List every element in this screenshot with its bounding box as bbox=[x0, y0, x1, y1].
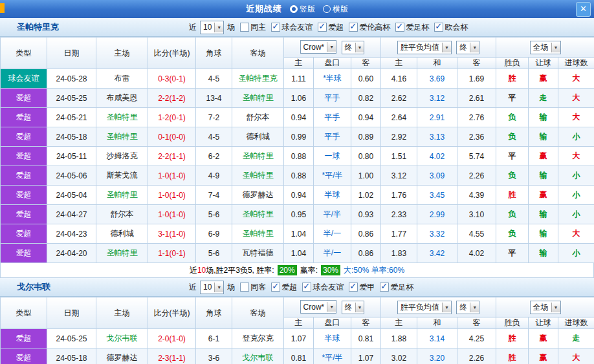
matches-body: 球会友谊 24-05-28 布雷 0-3(0-1) 4-5 圣帕特里克 1.11… bbox=[1, 69, 594, 263]
vertical-radio-label: 竖版 bbox=[300, 4, 315, 15]
score: 2-3(1-1) bbox=[148, 348, 196, 364]
league-checkbox-2[interactable] bbox=[349, 283, 358, 292]
table-header: 类型 日期 主场 比分(半场) 角球 客场 Crow* 终 胜平负均值 终 bbox=[1, 297, 594, 329]
odds-source-select[interactable]: Crow* bbox=[300, 40, 337, 54]
league-filter-3[interactable]: 爱足杯 bbox=[380, 282, 413, 293]
odds-state-select[interactable]: 终 bbox=[342, 301, 365, 314]
euro-home-odds: 3.02 bbox=[381, 348, 417, 364]
euro-draw-odds: 3.12 bbox=[417, 89, 457, 108]
europe-odds-group: 胜平负均值 终 bbox=[381, 297, 496, 317]
league-checkbox-3[interactable] bbox=[380, 283, 389, 292]
winloss-result: 负 bbox=[496, 108, 529, 127]
score: 2-2(1-2) bbox=[148, 89, 196, 108]
match-count-select[interactable]: 10 bbox=[200, 281, 224, 294]
home-team: 斯莱戈流 bbox=[96, 166, 148, 186]
match-row: 爱超 24-05-25 布咸美恩 2-2(1-2) 13-4 圣帕特里 1.06… bbox=[1, 89, 594, 108]
same-away-filter[interactable]: 同客 bbox=[240, 282, 266, 293]
col-asian-away: 客 bbox=[351, 317, 381, 329]
odds-source-select[interactable]: Crow* bbox=[300, 300, 337, 314]
league-checkbox-4[interactable] bbox=[434, 23, 443, 32]
league-checkbox-0[interactable] bbox=[271, 23, 280, 32]
vertical-radio-icon[interactable] bbox=[290, 5, 298, 13]
winloss-result: 负 bbox=[496, 166, 529, 186]
score: 0-1(0-0) bbox=[148, 127, 196, 147]
asian-away-odds: 0.86 bbox=[351, 224, 381, 244]
league-badge: 爱超 bbox=[1, 186, 47, 205]
league-checkbox-3[interactable] bbox=[395, 23, 404, 32]
handicap-result: 赢 bbox=[529, 186, 558, 205]
layout-horizontal-option[interactable]: 横版 bbox=[323, 4, 348, 15]
league-filter-2[interactable]: 爱甲 bbox=[349, 282, 375, 293]
layout-vertical-option[interactable]: 竖版 bbox=[290, 4, 315, 15]
europe-source-select[interactable]: 胜平负均值 bbox=[397, 41, 452, 54]
europe-source-select[interactable]: 胜平负均值 bbox=[397, 301, 452, 314]
asian-away-odds: 0.89 bbox=[351, 127, 381, 147]
score: 1-0(1-0) bbox=[148, 166, 196, 186]
handicap-result: 输 bbox=[529, 127, 558, 147]
matches-body: 爱超 24-05-25 戈尔韦联 2-0(1-0) 6-1 登克尔克 1.07 … bbox=[1, 329, 594, 364]
match-date: 24-05-25 bbox=[47, 329, 96, 348]
handicap-result: 赢 bbox=[529, 329, 558, 348]
asian-away-odds: 0.93 bbox=[351, 205, 381, 224]
league-filter-1[interactable]: 爱超 bbox=[318, 22, 344, 33]
asian-away-odds: 0.86 bbox=[351, 244, 381, 263]
league-checkbox-1[interactable] bbox=[318, 23, 327, 32]
euro-home-odds: 4.16 bbox=[381, 69, 417, 89]
asian-home-odds: 0.94 bbox=[284, 186, 314, 205]
euro-home-odds: 2.62 bbox=[381, 89, 417, 108]
handicap: 半球 bbox=[314, 186, 351, 205]
league-filter-3[interactable]: 爱足杯 bbox=[395, 22, 429, 33]
odds-state-select[interactable]: 终 bbox=[342, 41, 365, 54]
league-filter-0[interactable]: 爱超 bbox=[271, 282, 297, 293]
match-date: 24-05-25 bbox=[47, 89, 96, 108]
winloss-result: 平 bbox=[496, 147, 529, 166]
same-away-checkbox[interactable] bbox=[240, 283, 249, 292]
handicap-result: 走 bbox=[529, 89, 558, 108]
goals-result: 小 bbox=[558, 166, 594, 186]
col-type: 类型 bbox=[1, 297, 47, 329]
euro-home-odds: 1.77 bbox=[381, 224, 417, 244]
league-filter-1[interactable]: 球会友谊 bbox=[302, 282, 344, 293]
handicap: 半/一 bbox=[314, 244, 351, 263]
col-home: 主场 bbox=[96, 37, 148, 69]
handicap-result: 输 bbox=[529, 244, 558, 263]
horizontal-radio-icon[interactable] bbox=[323, 5, 331, 13]
asian-home-odds: 0.88 bbox=[284, 147, 314, 166]
home-team: 沙姆洛克 bbox=[96, 147, 148, 166]
match-date: 24-05-18 bbox=[47, 127, 96, 147]
away-team: 德利城 bbox=[232, 127, 284, 147]
europe-state-select[interactable]: 终 bbox=[456, 301, 479, 314]
handicap: *平/半 bbox=[314, 348, 351, 364]
match-count-select[interactable]: 10 bbox=[200, 21, 224, 34]
dialog-title: 近期战绩 bbox=[246, 3, 282, 15]
col-date: 日期 bbox=[47, 37, 96, 69]
same-home-filter[interactable]: 同主 bbox=[240, 22, 266, 33]
same-home-checkbox[interactable] bbox=[240, 23, 249, 32]
league-filter-4[interactable]: 欧会杯 bbox=[434, 22, 468, 33]
euro-home-odds: 1.83 bbox=[381, 244, 417, 263]
close-button[interactable]: ✕ bbox=[576, 2, 591, 17]
home-team: 圣帕特里 bbox=[96, 108, 148, 127]
league-filter-2[interactable]: 爱伦高杯 bbox=[349, 22, 390, 33]
league-filter-0[interactable]: 球会友谊 bbox=[271, 22, 313, 33]
match-date: 24-05-04 bbox=[47, 186, 96, 205]
col-goals: 进球数 bbox=[558, 317, 594, 329]
league-checkbox-2[interactable] bbox=[349, 23, 358, 32]
league-badge: 爱超 bbox=[1, 329, 47, 348]
asian-home-odds: 0.99 bbox=[284, 127, 314, 147]
score: 2-0(1-0) bbox=[148, 329, 196, 348]
col-euro-draw: 和 bbox=[417, 58, 457, 69]
goals-result: 大 bbox=[558, 147, 594, 166]
euro-draw-odds: 2.91 bbox=[417, 108, 457, 127]
scope-select[interactable]: 全场 bbox=[530, 41, 561, 54]
asian-home-odds: 0.95 bbox=[284, 205, 314, 224]
league-checkbox-1[interactable] bbox=[302, 283, 311, 292]
europe-state-select[interactable]: 终 bbox=[456, 41, 479, 54]
score: 2-2(1-1) bbox=[148, 147, 196, 166]
corners: 6-9 bbox=[196, 224, 232, 244]
scope-select[interactable]: 全场 bbox=[530, 301, 561, 314]
winloss-result: 胜 bbox=[496, 69, 529, 89]
league-checkbox-0[interactable] bbox=[271, 283, 280, 292]
league-badge: 球会友谊 bbox=[1, 69, 47, 89]
corners: 6-1 bbox=[196, 329, 232, 348]
